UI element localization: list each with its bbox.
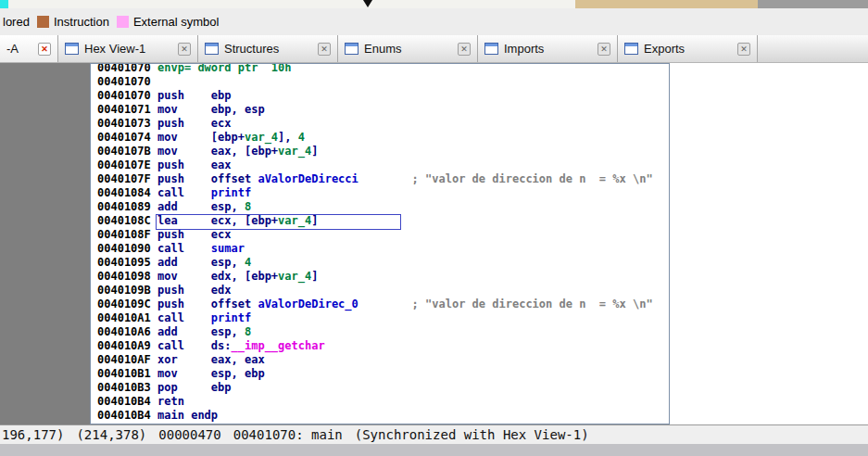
structures-icon <box>205 43 219 55</box>
asm-lines: 00401070 envp= dword ptr 10h00401070 004… <box>91 63 669 424</box>
asm-seg-code: add esp, <box>157 200 245 213</box>
asm-line[interactable]: 0040108C lea ecx, [ebp+var_4] <box>97 214 669 228</box>
asm-address: 0040107B <box>97 145 157 158</box>
tab-close-button[interactable]: ✕ <box>318 43 331 56</box>
status-mouse-coords: (214,378) <box>76 427 146 442</box>
tab-close-button[interactable]: ✕ <box>38 43 51 56</box>
asm-line[interactable]: 004010B4 main endp <box>97 409 669 423</box>
asm-line[interactable]: 004010B1 mov esp, ebp <box>97 367 669 381</box>
asm-line[interactable]: 00401090 call sumar <box>97 242 669 256</box>
asm-line[interactable]: 0040109B push edx <box>97 284 669 298</box>
asm-seg-code: call <box>157 311 211 324</box>
tab-hex-view-1[interactable]: Hex View-1✕ <box>58 35 198 62</box>
asm-line[interactable]: 00401070 <box>97 75 669 89</box>
legend-swatch <box>117 16 129 28</box>
tab-close-button[interactable]: ✕ <box>458 43 471 56</box>
asm-address: 004010A1 <box>97 311 157 324</box>
status-location: 00401070: main <box>233 427 343 442</box>
asm-seg-var: var_4 <box>245 131 278 144</box>
asm-line[interactable]: 0040107F push offset aValorDeDirecci ; "… <box>97 172 669 186</box>
ida-pro-window: loredInstructionExternal symbol -A✕Hex V… <box>0 0 868 456</box>
asm-address: 00401098 <box>97 270 157 283</box>
asm-address: 00401090 <box>97 242 157 255</box>
asm-line[interactable]: 00401070 envp= dword ptr 10h <box>97 63 669 75</box>
asm-line[interactable]: 00401098 mov edx, [ebp+var_4] <box>97 270 669 284</box>
asm-address: 0040107F <box>97 172 157 185</box>
tab-close-button[interactable]: ✕ <box>178 43 191 56</box>
tab-close-button[interactable]: ✕ <box>598 43 610 56</box>
asm-address: 00401071 <box>97 103 157 116</box>
asm-line[interactable]: 004010AF xor eax, eax <box>97 353 669 367</box>
asm-line[interactable]: 00401095 add esp, 4 <box>97 256 669 270</box>
asm-address: 004010A9 <box>97 339 157 352</box>
bottom-strip <box>0 444 868 456</box>
tab-label: Enums <box>364 42 452 56</box>
asm-line[interactable]: 004010B4 retn <box>97 395 669 409</box>
tab-structures[interactable]: Structures✕ <box>198 35 338 62</box>
tab-close-button[interactable]: ✕ <box>737 43 750 56</box>
asm-line[interactable]: 0040107E push eax <box>97 158 669 172</box>
asm-seg-num: 4 <box>298 131 305 144</box>
asm-line[interactable]: 00401084 call printf <box>97 186 669 200</box>
asm-address: 004010A6 <box>97 325 157 338</box>
asm-seg-code: push offset <box>157 172 258 185</box>
asm-line[interactable]: 004010A1 call printf <box>97 311 669 325</box>
asm-line[interactable]: 0040109C push offset aValorDeDirec_0 ; "… <box>97 298 669 311</box>
nav-band-segment-0 <box>0 0 8 8</box>
disassembly-view[interactable]: 00401070 envp= dword ptr 10h00401070 004… <box>90 63 670 424</box>
asm-address: 00401074 <box>97 131 157 144</box>
asm-address: 00401084 <box>97 186 157 199</box>
asm-seg-code: ] <box>311 214 318 227</box>
asm-line[interactable]: 004010B3 pop ebp <box>97 381 669 395</box>
tab-label: Structures <box>224 42 312 56</box>
asm-line[interactable]: 004010A9 call ds:__imp__getchar <box>97 339 669 353</box>
legend-label: lored <box>3 15 30 29</box>
navigation-band[interactable] <box>0 0 868 8</box>
asm-line[interactable]: 00401073 push ecx <box>97 117 669 131</box>
asm-address: 00401073 <box>97 117 157 130</box>
asm-address: 004010B3 <box>97 381 157 394</box>
asm-address: 0040109B <box>97 284 157 297</box>
tab-label: Hex View-1 <box>84 42 172 56</box>
tab-ida-view-a[interactable]: -A✕ <box>0 35 58 62</box>
nav-band-position-marker <box>363 0 372 7</box>
asm-line[interactable]: 00401070 push ebp <box>97 89 669 103</box>
asm-address: 004010B4 <box>97 395 157 408</box>
asm-seg-name: aValorDeDirec_0 <box>258 298 358 310</box>
asm-seg-func: printf <box>211 186 251 199</box>
legend-swatch <box>37 16 49 28</box>
asm-address: 00401070 <box>97 63 157 74</box>
asm-address: 004010B1 <box>97 367 157 380</box>
asm-address: 00401095 <box>97 256 157 269</box>
legend-label: Instruction <box>54 15 109 29</box>
asm-seg-code: ] <box>311 145 318 158</box>
asm-seg-code: mov eax, [ebp+ <box>157 145 278 158</box>
asm-line[interactable]: 00401074 mov [ebp+var_4], 4 <box>97 131 669 145</box>
asm-line[interactable]: 00401071 mov ebp, esp <box>97 103 669 117</box>
tab-imports[interactable]: Imports✕ <box>478 35 618 62</box>
asm-seg-code: mov edx, [ebp+ <box>157 270 278 283</box>
asm-line[interactable]: 00401089 add esp, 8 <box>97 200 669 214</box>
status-file-offset: 00000470 <box>158 427 220 442</box>
asm-address: 004010AF <box>97 353 157 366</box>
asm-line[interactable]: 0040108F push ecx <box>97 228 669 242</box>
asm-seg-code <box>359 172 412 185</box>
asm-seg-code: retn <box>157 395 184 408</box>
tab-exports[interactable]: Exports✕ <box>618 35 758 62</box>
tab-enums[interactable]: Enums✕ <box>338 35 478 62</box>
asm-seg-code: push eax <box>157 158 231 171</box>
nav-band-segment-1 <box>8 0 575 8</box>
asm-address: 00401070 <box>97 89 157 102</box>
asm-seg-code: add esp, <box>157 256 245 269</box>
asm-seg-code: call <box>157 242 211 255</box>
asm-line[interactable]: 0040107B mov eax, [ebp+var_4] <box>97 145 669 158</box>
asm-address: 0040108F <box>97 228 157 241</box>
asm-seg-def: envp= dword ptr 10h <box>157 63 292 74</box>
asm-address: 0040108C <box>97 214 157 227</box>
asm-seg-code: push ecx <box>157 228 231 241</box>
asm-address: 00401070 <box>97 75 157 88</box>
asm-seg-var: var_4 <box>278 270 311 283</box>
asm-line[interactable]: 004010A6 add esp, 8 <box>97 325 669 339</box>
asm-seg-code: pop ebp <box>157 381 231 394</box>
asm-seg-code: mov [ebp+ <box>157 131 245 144</box>
